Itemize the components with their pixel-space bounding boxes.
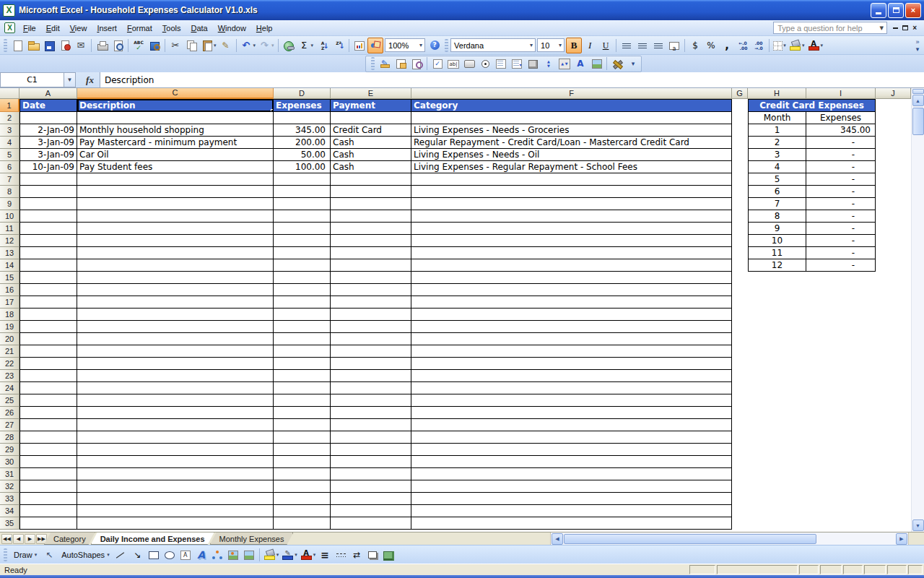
cell-G16[interactable] — [732, 284, 748, 296]
cell-J18[interactable] — [876, 309, 911, 321]
cell-H29[interactable] — [748, 444, 806, 456]
cell-E18[interactable] — [331, 309, 411, 321]
cell-G6[interactable] — [732, 161, 748, 173]
cell-G31[interactable] — [732, 468, 748, 480]
combo-box-button[interactable] — [509, 56, 525, 72]
cell-J35[interactable] — [876, 517, 911, 530]
spelling-button[interactable] — [131, 38, 147, 53]
cell-F16[interactable] — [411, 284, 732, 296]
cell-G28[interactable] — [732, 431, 748, 444]
cell-G13[interactable] — [732, 247, 748, 259]
cell-J26[interactable] — [876, 407, 911, 419]
cell-J21[interactable] — [876, 345, 911, 358]
cell-E29[interactable] — [331, 444, 411, 456]
vertical-scrollbar[interactable]: ▲ ▼ — [911, 88, 924, 532]
cell-G9[interactable] — [732, 198, 748, 210]
cell-C18[interactable] — [77, 309, 274, 321]
row-header-27[interactable]: 27 — [0, 419, 19, 431]
name-box[interactable]: C1 — [0, 72, 64, 87]
align-right-button[interactable] — [650, 38, 666, 53]
menu-format[interactable]: Format — [122, 22, 157, 35]
menu-help[interactable]: Help — [251, 22, 278, 35]
cell-D25[interactable] — [274, 394, 331, 407]
bold-button[interactable] — [566, 38, 582, 53]
sort-asc-button[interactable] — [315, 38, 331, 53]
row-header-22[interactable]: 22 — [0, 358, 19, 370]
cell-G23[interactable] — [732, 370, 748, 382]
menu-tools[interactable]: Tools — [157, 22, 186, 35]
row-header-2[interactable]: 2 — [0, 112, 19, 124]
cell-H6[interactable]: 4 — [748, 161, 806, 173]
cell-E33[interactable] — [331, 493, 411, 505]
draw-menu-button[interactable]: Draw▾ — [9, 548, 41, 561]
cell-C3[interactable]: Monthly household shopping — [77, 124, 274, 137]
cell-E19[interactable] — [331, 321, 411, 333]
cell-I31[interactable] — [806, 468, 876, 480]
cell-A4[interactable]: 3-Jan-09 — [19, 137, 77, 149]
cell-G34[interactable] — [732, 505, 748, 517]
cell-C7[interactable] — [77, 173, 274, 186]
row-header-13[interactable]: 13 — [0, 247, 19, 259]
row-header-29[interactable]: 29 — [0, 444, 19, 456]
cell-J27[interactable] — [876, 419, 911, 431]
cell-F31[interactable] — [411, 468, 732, 480]
cell-H17[interactable] — [748, 296, 806, 309]
cell-J13[interactable] — [876, 247, 911, 259]
chevron-down-icon[interactable]: ▾ — [783, 43, 786, 48]
help-btn-button[interactable] — [427, 38, 443, 53]
cell-C34[interactable] — [77, 505, 274, 517]
cell-F29[interactable] — [411, 444, 732, 456]
row-header-17[interactable]: 17 — [0, 296, 19, 309]
draw-shadow-style-button[interactable] — [365, 547, 380, 563]
cell-C33[interactable] — [77, 493, 274, 505]
cell-E27[interactable] — [331, 419, 411, 431]
chevron-down-icon[interactable]: ▾ — [271, 43, 274, 48]
cell-D24[interactable] — [274, 382, 331, 394]
cell-C17[interactable] — [77, 296, 274, 309]
cell-F17[interactable] — [411, 296, 732, 309]
cell-G35[interactable] — [732, 517, 748, 530]
cell-I7[interactable]: - — [806, 173, 876, 186]
cell-I9[interactable]: - — [806, 198, 876, 210]
row-header-12[interactable]: 12 — [0, 235, 19, 247]
print-preview-button[interactable] — [110, 38, 126, 53]
selection-fill-handle[interactable] — [271, 109, 274, 112]
check-box-button[interactable] — [430, 56, 445, 72]
row-header-34[interactable]: 34 — [0, 505, 19, 517]
cell-D13[interactable] — [274, 247, 331, 259]
cell-D1[interactable]: Expenses — [274, 99, 331, 112]
row-header-21[interactable]: 21 — [0, 345, 19, 358]
cell-J17[interactable] — [876, 296, 911, 309]
new-button[interactable] — [9, 38, 25, 53]
row-header-30[interactable]: 30 — [0, 456, 19, 468]
row-header-20[interactable]: 20 — [0, 333, 19, 345]
chevron-down-icon[interactable]: ▾ — [295, 552, 297, 558]
cell-E15[interactable] — [331, 272, 411, 284]
mail-button[interactable] — [73, 38, 89, 53]
row-header-18[interactable]: 18 — [0, 309, 19, 321]
cell-F23[interactable] — [411, 370, 732, 382]
cell-I4[interactable]: - — [806, 137, 876, 149]
paste-button[interactable]: ▾ — [199, 38, 218, 53]
cell-C19[interactable] — [77, 321, 274, 333]
cell-C31[interactable] — [77, 468, 274, 480]
cell-E2[interactable] — [331, 112, 411, 124]
font-color-button[interactable]: ▾ — [806, 38, 825, 53]
cell-I19[interactable] — [806, 321, 876, 333]
italic-button[interactable] — [582, 38, 598, 53]
cell-F15[interactable] — [411, 272, 732, 284]
workbook-close-button[interactable]: × — [912, 24, 917, 32]
cell-A5[interactable]: 3-Jan-09 — [19, 149, 77, 161]
cell-J15[interactable] — [876, 272, 911, 284]
cell-G10[interactable] — [732, 210, 748, 223]
column-header-A[interactable]: A — [19, 88, 77, 99]
row-header-25[interactable]: 25 — [0, 394, 19, 407]
credit-card-expenses-title[interactable]: Credit Card Expenses — [748, 99, 876, 112]
cell-C1[interactable]: Description — [77, 99, 274, 112]
cell-A10[interactable] — [19, 210, 77, 223]
cell-F32[interactable] — [411, 480, 732, 493]
cell-I3[interactable]: 345.00 — [806, 124, 876, 137]
cell-G5[interactable] — [732, 149, 748, 161]
cell-I21[interactable] — [806, 345, 876, 358]
more-controls-button[interactable] — [609, 56, 625, 72]
